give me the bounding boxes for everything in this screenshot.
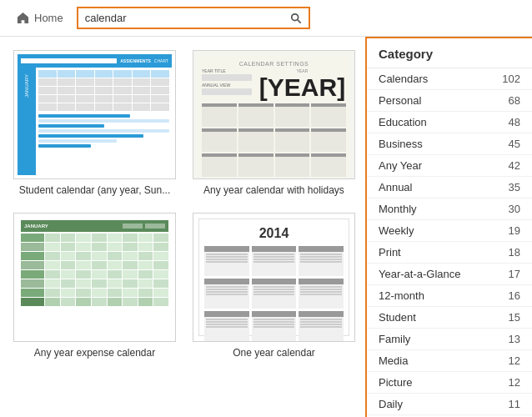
- category-count: 19: [509, 224, 520, 237]
- category-name: Print: [379, 246, 401, 259]
- category-count: 12: [509, 376, 520, 389]
- category-name: Student: [379, 311, 416, 324]
- category-name: 12-month: [379, 289, 424, 302]
- category-name: Media: [379, 354, 408, 367]
- category-item[interactable]: Any Year42: [367, 155, 532, 177]
- category-item[interactable]: Print18: [367, 242, 532, 264]
- category-name: Daily: [379, 398, 403, 410]
- year-label: 2014: [204, 226, 344, 241]
- search-button[interactable]: [284, 9, 309, 28]
- category-item[interactable]: Daily11: [367, 394, 532, 415]
- category-item[interactable]: Student15: [367, 307, 532, 329]
- template-thumbnail: CALENDAR SETTINGS YEAR TITLE ANNUAL VIEW…: [193, 50, 355, 179]
- category-count: 35: [509, 181, 520, 193]
- category-item[interactable]: Year-at-a-Glance17: [367, 264, 532, 285]
- svg-line-1: [297, 19, 300, 23]
- template-item[interactable]: 2014: [193, 213, 355, 359]
- template-grid: ASSIGNMENTS CHART JANUARY: [0, 37, 365, 417]
- category-name: Annual: [379, 181, 412, 193]
- category-count: 15: [509, 311, 520, 324]
- svg-point-0: [291, 13, 298, 20]
- sidebar-title: Category: [367, 38, 532, 68]
- category-count: 12: [509, 354, 520, 367]
- category-count: 68: [509, 94, 520, 107]
- template-item[interactable]: CALENDAR SETTINGS YEAR TITLE ANNUAL VIEW…: [193, 50, 355, 196]
- category-name: Business: [379, 138, 423, 150]
- category-name: Weekly: [379, 224, 414, 237]
- search-icon: [290, 13, 302, 24]
- category-count: 102: [502, 73, 520, 85]
- category-name: Calendars: [379, 73, 428, 85]
- category-name: Monthly: [379, 203, 417, 215]
- category-item[interactable]: Weekly19: [367, 220, 532, 242]
- category-item[interactable]: Annual35: [367, 177, 532, 198]
- template-label: Student calendar (any year, Sun...: [13, 184, 176, 196]
- category-item[interactable]: 12-month16: [367, 285, 532, 307]
- app-header: Home: [0, 0, 532, 37]
- category-item[interactable]: Calendars102: [367, 68, 532, 90]
- category-name: Family: [379, 333, 410, 345]
- category-item[interactable]: Family13: [367, 329, 532, 350]
- category-name: Picture: [379, 376, 412, 389]
- category-count: 18: [509, 246, 520, 259]
- template-thumbnail: ASSIGNMENTS CHART JANUARY: [13, 50, 176, 179]
- category-item[interactable]: Picture12: [367, 372, 532, 394]
- category-count: 13: [509, 333, 520, 345]
- category-name: Education: [379, 116, 427, 128]
- category-count: 16: [509, 289, 520, 302]
- search-input[interactable]: [78, 8, 284, 28]
- category-item[interactable]: Media12: [367, 350, 532, 372]
- template-label: Any year expense calendar: [13, 347, 176, 359]
- category-count: 11: [509, 398, 520, 410]
- home-label: Home: [34, 12, 63, 24]
- template-label: Any year calendar with holidays: [193, 184, 355, 196]
- template-label: One year calendar: [193, 347, 355, 359]
- template-thumbnail: 2014: [193, 213, 355, 342]
- home-icon: [17, 12, 29, 24]
- category-count: 45: [509, 138, 520, 150]
- category-name: Any Year: [379, 159, 422, 172]
- category-item[interactable]: Personal68: [367, 90, 532, 112]
- main-area: ASSIGNMENTS CHART JANUARY: [0, 37, 532, 417]
- category-count: 30: [509, 203, 520, 215]
- category-item[interactable]: Monthly30: [367, 198, 532, 220]
- category-list: Calendars102Personal68Education48Busines…: [367, 68, 532, 417]
- template-item[interactable]: ASSIGNMENTS CHART JANUARY: [13, 50, 176, 196]
- category-count: 48: [509, 116, 520, 128]
- category-count: 42: [509, 159, 520, 172]
- category-count: 17: [509, 268, 520, 280]
- home-button[interactable]: Home: [10, 8, 70, 28]
- category-item[interactable]: Business45: [367, 133, 532, 155]
- template-thumbnail: JANUARY: [13, 213, 176, 342]
- template-item[interactable]: JANUARY: [13, 213, 176, 359]
- category-name: Year-at-a-Glance: [379, 268, 461, 280]
- category-sidebar: Category Calendars102Personal68Education…: [365, 37, 532, 417]
- search-container: [77, 7, 310, 29]
- category-item[interactable]: Education48: [367, 112, 532, 133]
- category-name: Personal: [379, 94, 421, 107]
